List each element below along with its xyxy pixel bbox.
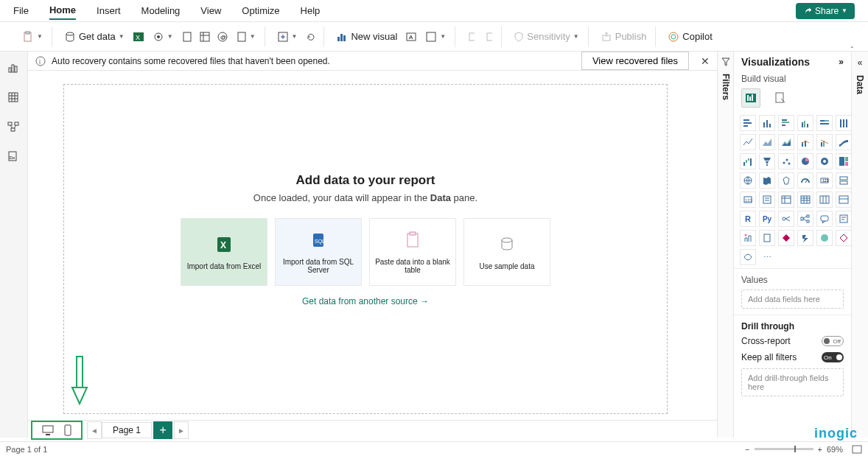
viz-kpi-icon[interactable]: 123 — [740, 192, 756, 208]
close-icon[interactable]: ✕ — [701, 55, 710, 67]
tab-next-button[interactable]: ► — [174, 421, 189, 439]
viz-gauge-icon[interactable] — [797, 172, 813, 189]
keep-filters-toggle[interactable]: On — [822, 352, 844, 362]
viz-more-icon[interactable]: ⋯ — [759, 249, 775, 265]
filters-pane[interactable]: Filters — [718, 52, 734, 438]
sensitivity-button[interactable]: Sensitivity ▼ — [511, 29, 581, 44]
more-visuals-button[interactable]: ▼ — [422, 29, 449, 44]
text-box-icon[interactable]: A — [405, 30, 418, 43]
paste-button[interactable]: ▼ — [19, 29, 46, 44]
menu-file[interactable]: File — [13, 2, 29, 19]
dataverse-icon[interactable]: @ — [216, 30, 229, 43]
viz-qna-icon[interactable] — [816, 211, 833, 227]
import-excel-card[interactable]: X Import data from Excel — [181, 218, 267, 286]
publish-button[interactable]: Publish — [598, 29, 650, 44]
menu-insert[interactable]: Insert — [97, 2, 121, 19]
zoom-in-button[interactable]: + — [818, 445, 822, 454]
viz-matrix-icon[interactable] — [797, 192, 813, 208]
table-view-icon[interactable] — [7, 91, 21, 105]
viz-table2-icon[interactable] — [816, 192, 833, 208]
build-visual-tab[interactable] — [741, 88, 760, 108]
viz-decomposition-icon[interactable] — [797, 211, 813, 227]
sql-icon[interactable] — [181, 30, 194, 43]
model-view-icon[interactable] — [7, 121, 21, 134]
viz-stacked-bar-icon[interactable] — [740, 115, 756, 131]
viz-clustered-column-icon[interactable] — [797, 115, 813, 131]
viz-line-icon[interactable] — [740, 134, 756, 150]
report-page[interactable]: Add data to your report Once loaded, you… — [63, 84, 668, 414]
values-field-well[interactable]: Add data fields here — [741, 290, 844, 309]
mobile-layout-icon[interactable] — [63, 424, 72, 436]
viz-narrative-icon[interactable] — [836, 211, 852, 227]
viz-donut-icon[interactable] — [816, 153, 833, 169]
transform-data-button[interactable]: ▼ — [274, 29, 301, 44]
sample-data-card[interactable]: Use sample data — [463, 218, 550, 286]
get-data-button[interactable]: Get data ▼ — [61, 29, 127, 44]
viz-r-icon[interactable]: R — [740, 211, 756, 227]
viz-matrix2-icon[interactable] — [836, 192, 852, 208]
ribbon-collapse-icon[interactable]: ⌄ — [850, 43, 855, 51]
collapse-icon[interactable]: « — [858, 57, 863, 68]
quick-measure-icon[interactable] — [482, 30, 495, 43]
import-sql-card[interactable]: SQL Import data from SQL Server — [275, 218, 362, 286]
viz-sparkline-icon[interactable] — [836, 230, 852, 246]
viz-100-stacked-bar-icon[interactable] — [816, 115, 833, 131]
viz-map-icon[interactable] — [740, 172, 756, 189]
add-page-button[interactable]: + — [153, 421, 172, 439]
viz-powerapps-icon[interactable] — [778, 230, 794, 246]
viz-waterfall-icon[interactable] — [740, 153, 756, 169]
viz-treemap-icon[interactable] — [836, 153, 852, 169]
zoom-slider[interactable] — [755, 448, 813, 450]
data-pane[interactable]: « Data — [852, 52, 868, 438]
menu-home[interactable]: Home — [49, 1, 76, 20]
fit-page-icon[interactable] — [852, 445, 862, 454]
new-measure-icon[interactable] — [464, 30, 477, 43]
menu-view[interactable]: View — [200, 2, 221, 19]
viz-slicer-icon[interactable] — [759, 192, 775, 208]
viz-stacked-column-icon[interactable] — [759, 115, 775, 131]
format-visual-tab[interactable] — [771, 88, 790, 108]
viz-paginated-icon[interactable] — [759, 230, 775, 246]
viz-area-icon[interactable] — [759, 134, 775, 150]
viz-python-icon[interactable]: Py — [759, 211, 775, 227]
another-source-link[interactable]: Get data from another source → — [302, 296, 429, 306]
paste-data-card[interactable]: Paste data into a blank table — [369, 218, 456, 286]
viz-key-influencers-icon[interactable] — [778, 211, 794, 227]
viz-pie-icon[interactable] — [797, 153, 813, 169]
menu-modeling[interactable]: Modeling — [141, 2, 181, 19]
desktop-layout-icon[interactable] — [41, 424, 55, 436]
viz-scatter-icon[interactable] — [778, 153, 794, 169]
page-tab-1[interactable]: Page 1 — [102, 422, 152, 438]
share-button[interactable]: Share ▼ — [796, 3, 855, 19]
viz-line-stacked-column-icon[interactable] — [797, 134, 813, 150]
menu-optimize[interactable]: Optimize — [242, 2, 279, 19]
viz-custom-icon[interactable] — [740, 249, 756, 265]
viz-ribbon-icon[interactable] — [836, 134, 852, 150]
viz-multi-row-card-icon[interactable] — [836, 172, 852, 189]
cross-report-toggle[interactable]: Off — [822, 336, 844, 346]
view-recovered-button[interactable]: View recovered files — [581, 52, 689, 70]
copilot-button[interactable]: Copilot — [665, 29, 715, 44]
new-visual-button[interactable]: New visual — [333, 29, 400, 44]
viz-filled-map-icon[interactable] — [759, 172, 775, 189]
excel-icon[interactable]: X — [132, 30, 145, 43]
report-view-icon[interactable] — [7, 62, 21, 75]
viz-powerautomate-icon[interactable] — [797, 230, 813, 246]
viz-card-icon[interactable]: 123 — [816, 172, 833, 189]
menu-help[interactable]: Help — [301, 2, 321, 19]
viz-table-icon[interactable] — [778, 192, 794, 208]
viz-100-stacked-column-icon[interactable] — [836, 115, 852, 131]
expand-icon[interactable]: » — [839, 57, 844, 67]
drill-field-well[interactable]: Add drill-through fields here — [741, 368, 844, 396]
viz-clustered-bar-icon[interactable] — [778, 115, 794, 131]
refresh-icon[interactable] — [304, 30, 318, 43]
viz-line-clustered-column-icon[interactable] — [816, 134, 833, 150]
enter-data-icon[interactable] — [198, 30, 211, 43]
dax-view-icon[interactable]: Dx — [7, 150, 21, 164]
data-hub-button[interactable]: ▼ — [150, 29, 176, 44]
viz-funnel-icon[interactable] — [759, 153, 775, 169]
viz-azure-map-icon[interactable] — [778, 172, 794, 189]
viz-goals-icon[interactable] — [740, 230, 756, 246]
zoom-out-button[interactable]: − — [745, 445, 749, 454]
recent-sources-button[interactable]: ▼ — [234, 29, 259, 44]
